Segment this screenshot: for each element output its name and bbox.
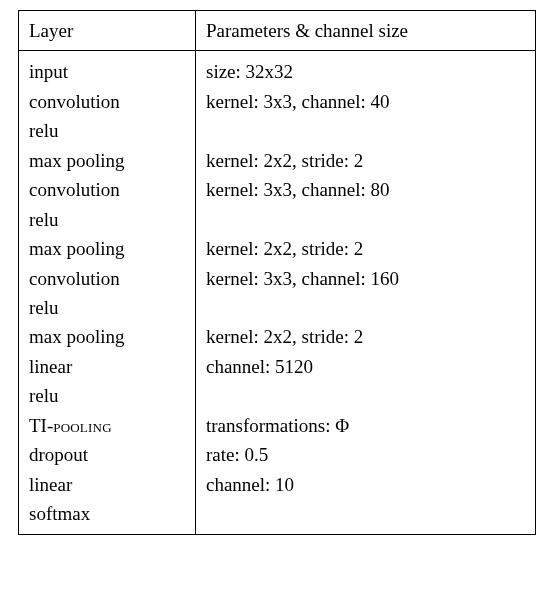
layer-params: transformations: Φ — [206, 411, 525, 440]
col-header-layer: Layer — [19, 11, 196, 51]
layer-name: dropout — [29, 440, 185, 469]
layer-name: max pooling — [29, 234, 185, 263]
layer-params — [206, 499, 525, 528]
layer-name: input — [29, 57, 185, 86]
layer-params: kernel: 3x3, channel: 40 — [206, 87, 525, 116]
layer-name: convolution — [29, 264, 185, 293]
layer-params: channel: 10 — [206, 470, 525, 499]
col-header-params: Parameters & channel size — [196, 11, 536, 51]
layer-name: linear — [29, 470, 185, 499]
layer-params: kernel: 3x3, channel: 80 — [206, 175, 525, 204]
architecture-table: Layer Parameters & channel size inputcon… — [18, 10, 536, 535]
layer-name: relu — [29, 116, 185, 145]
layer-name: TI-pooling — [29, 411, 185, 440]
layer-name: linear — [29, 352, 185, 381]
layer-params: size: 32x32 — [206, 57, 525, 86]
layer-params — [206, 116, 525, 145]
layer-params — [206, 381, 525, 410]
layer-name: relu — [29, 293, 185, 322]
layer-name: max pooling — [29, 146, 185, 175]
layer-name: softmax — [29, 499, 185, 528]
layer-name: relu — [29, 381, 185, 410]
layer-name: relu — [29, 205, 185, 234]
layer-params: rate: 0.5 — [206, 440, 525, 469]
params-cell: size: 32x32kernel: 3x3, channel: 40 kern… — [196, 51, 536, 535]
table-row: inputconvolutionrelumax poolingconvoluti… — [19, 51, 536, 535]
layer-name: convolution — [29, 175, 185, 204]
layer-params: kernel: 2x2, stride: 2 — [206, 234, 525, 263]
layer-cell: inputconvolutionrelumax poolingconvoluti… — [19, 51, 196, 535]
layer-params: kernel: 2x2, stride: 2 — [206, 146, 525, 175]
layer-params: channel: 5120 — [206, 352, 525, 381]
layer-params — [206, 293, 525, 322]
layer-name: max pooling — [29, 322, 185, 351]
layer-params — [206, 205, 525, 234]
table-header-row: Layer Parameters & channel size — [19, 11, 536, 51]
layer-name: convolution — [29, 87, 185, 116]
layer-params: kernel: 3x3, channel: 160 — [206, 264, 525, 293]
layer-params: kernel: 2x2, stride: 2 — [206, 322, 525, 351]
table-body: inputconvolutionrelumax poolingconvoluti… — [19, 51, 536, 535]
